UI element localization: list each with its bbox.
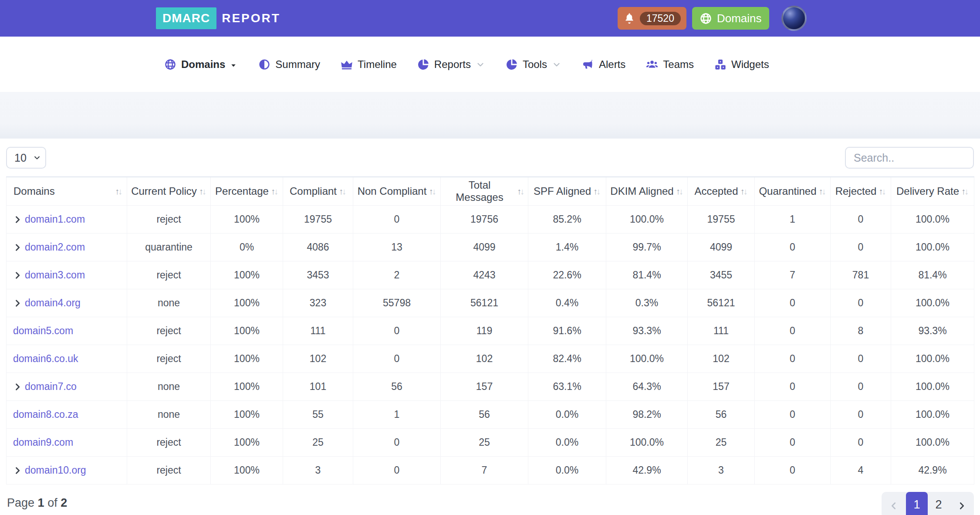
pagination-prev-button[interactable] (882, 492, 906, 515)
domain-link[interactable]: domain1.com (25, 213, 85, 225)
notifications-button[interactable]: 17520 (618, 7, 686, 30)
cell-delivery-rate: 100.0% (891, 345, 974, 373)
sort-icons[interactable]: ↑↓ (740, 187, 748, 196)
sort-icons[interactable]: ↑↓ (961, 187, 969, 196)
sort-icons[interactable]: ↑↓ (676, 187, 683, 196)
cell-spf-aligned: 22.6% (528, 261, 606, 289)
sort-icons[interactable]: ↑↓ (429, 187, 436, 196)
expand-chevron-icon[interactable] (13, 298, 22, 307)
sort-down-icon: ↓ (202, 186, 206, 196)
column-header-spf-aligned[interactable]: SPF Aligned↑↓ (528, 177, 606, 205)
cell-delivery-rate: 100.0% (891, 289, 974, 317)
sort-icons[interactable]: ↑↓ (517, 187, 524, 196)
cell-quarantined: 7 (755, 261, 831, 289)
column-header-delivery-rate[interactable]: Delivery Rate↑↓ (891, 177, 974, 205)
cell-compliant: 25 (283, 428, 353, 456)
sort-icons[interactable]: ↑↓ (115, 187, 122, 196)
avatar[interactable] (781, 6, 807, 31)
domain-link[interactable]: domain2.com (25, 241, 85, 253)
column-header-label: Domains (14, 185, 55, 197)
cell-policy: reject (127, 261, 211, 289)
cell-accepted: 56 (688, 400, 755, 428)
cell-total-messages: 19756 (441, 205, 528, 233)
column-header-compliant[interactable]: Compliant↑↓ (283, 177, 353, 205)
search-input[interactable] (845, 147, 974, 169)
nav-item-widgets[interactable]: Widgets (714, 58, 769, 71)
column-header-accepted[interactable]: Accepted↑↓ (688, 177, 755, 205)
cell-percentage: 100% (211, 428, 283, 456)
cell-policy: none (127, 373, 211, 400)
cell-accepted: 3 (688, 456, 755, 484)
domain-link[interactable]: domain5.com (13, 325, 73, 336)
sort-down-icon: ↓ (520, 186, 524, 196)
nav-item-teams[interactable]: Teams (646, 58, 694, 71)
cell-rejected: 8 (831, 317, 891, 345)
cell-delivery-rate: 100.0% (891, 373, 974, 400)
domain-link[interactable]: domain8.co.za (13, 409, 78, 420)
sort-icons[interactable]: ↑↓ (199, 187, 206, 196)
column-header-percentage[interactable]: Percentage↑↓ (211, 177, 283, 205)
domains-quick-button[interactable]: Domains (692, 7, 769, 30)
cell-rejected: 0 (831, 205, 891, 233)
cell-non-compliant: 1 (353, 400, 441, 428)
cell-spf-aligned: 82.4% (528, 345, 606, 373)
expand-chevron-icon[interactable] (13, 271, 22, 279)
domain-cell: domain4.org (7, 289, 127, 317)
sort-icons[interactable]: ↑↓ (879, 187, 886, 196)
nav-item-timeline[interactable]: Timeline (341, 58, 397, 71)
logo[interactable]: DMARC REPORT (156, 7, 280, 29)
expand-chevron-icon[interactable] (13, 215, 22, 224)
expand-chevron-icon[interactable] (13, 243, 22, 251)
nav-item-tools[interactable]: Tools (506, 58, 561, 71)
pagination-page-1[interactable]: 1 (906, 492, 928, 515)
table-row: domain6.co.ukreject100%102010282.4%100.0… (7, 345, 974, 373)
column-header-quarantined[interactable]: Quarantined↑↓ (755, 177, 831, 205)
cell-dkim-aligned: 100.0% (606, 205, 688, 233)
column-header-dkim-aligned[interactable]: DKIM Aligned↑↓ (606, 177, 688, 205)
pagination-page-2[interactable]: 2 (928, 492, 950, 515)
column-header-total-messages[interactable]: Total Messages↑↓ (441, 177, 528, 205)
cell-delivery-rate: 100.0% (891, 205, 974, 233)
cell-total-messages: 25 (441, 428, 528, 456)
pagination-next-button[interactable] (950, 492, 974, 515)
page-info: Page 1 of 2 (6, 492, 67, 510)
cell-delivery-rate: 100.0% (891, 400, 974, 428)
cell-rejected: 0 (831, 233, 891, 261)
domain-link[interactable]: domain4.org (25, 297, 81, 308)
cell-spf-aligned: 0.4% (528, 289, 606, 317)
expand-chevron-icon[interactable] (13, 466, 22, 474)
domain-link[interactable]: domain9.com (13, 437, 73, 448)
cell-quarantined: 0 (755, 345, 831, 373)
column-header-non-compliant[interactable]: Non Compliant↑↓ (353, 177, 441, 205)
column-header-rejected[interactable]: Rejected↑↓ (831, 177, 891, 205)
sort-icons[interactable]: ↑↓ (593, 187, 601, 196)
nav-item-domains[interactable]: Domains (164, 58, 238, 71)
page-size-select[interactable]: 10 (6, 147, 46, 169)
domain-link[interactable]: domain3.com (25, 269, 85, 281)
sort-icons[interactable]: ↑↓ (819, 187, 826, 196)
column-header-domains[interactable]: Domains↑↓ (7, 177, 127, 205)
nav-item-reports[interactable]: Reports (417, 58, 485, 71)
table-row: domain4.orgnone100%32355798561210.4%0.3%… (7, 289, 974, 317)
nav-item-summary[interactable]: Summary (258, 58, 320, 71)
table-row: domain3.comreject100%34532424322.6%81.4%… (7, 261, 974, 289)
logo-report: REPORT (222, 11, 280, 25)
sort-icons[interactable]: ↑↓ (271, 187, 278, 196)
cell-spf-aligned: 0.0% (528, 400, 606, 428)
cell-rejected: 781 (831, 261, 891, 289)
domain-cell: domain8.co.za (7, 400, 127, 428)
nav-item-alerts[interactable]: Alerts (582, 58, 625, 71)
cell-quarantined: 0 (755, 373, 831, 400)
domain-link[interactable]: domain6.co.uk (13, 353, 78, 364)
sort-icons[interactable]: ↑↓ (339, 187, 346, 196)
cell-compliant: 102 (283, 345, 353, 373)
cell-percentage: 100% (211, 289, 283, 317)
logo-dmarc: DMARC (156, 7, 216, 29)
domain-cell: domain1.com (7, 205, 127, 233)
cell-policy: reject (127, 456, 211, 484)
column-header-current-policy[interactable]: Current Policy↑↓ (127, 177, 211, 205)
domain-link[interactable]: domain7.co (25, 381, 77, 392)
cell-percentage: 100% (211, 456, 283, 484)
domain-link[interactable]: domain10.org (25, 464, 86, 476)
expand-chevron-icon[interactable] (13, 382, 22, 391)
